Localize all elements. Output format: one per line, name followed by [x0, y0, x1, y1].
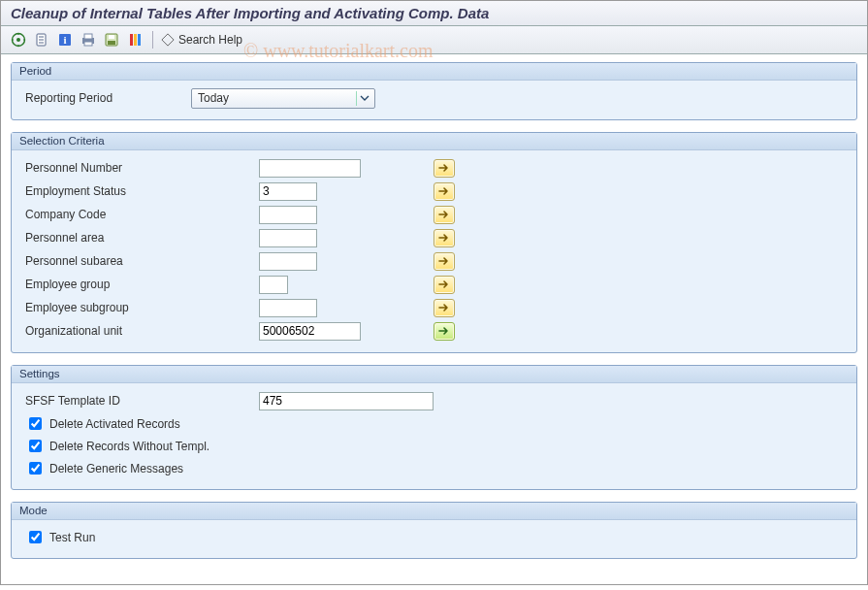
- save-icon[interactable]: [102, 30, 121, 49]
- personnel-area-multiple-selection-button[interactable]: [434, 229, 455, 247]
- employment-status-input[interactable]: [259, 182, 317, 201]
- group-mode-title: Mode: [12, 503, 856, 520]
- page-title: Cleanup of Internal Tables After Importi…: [11, 5, 857, 21]
- employment-status-multiple-selection-button[interactable]: [434, 182, 455, 201]
- org-unit-input[interactable]: [259, 322, 361, 341]
- svg-rect-7: [84, 42, 92, 46]
- del-no-templ-label: Delete Records Without Templ.: [49, 440, 209, 453]
- svg-rect-11: [130, 34, 133, 46]
- del-activated-checkbox[interactable]: [29, 417, 42, 430]
- svg-rect-9: [109, 35, 114, 39]
- group-period-title: Period: [12, 63, 856, 81]
- employee-subgroup-input[interactable]: [259, 299, 317, 317]
- arrow-right-icon: [438, 163, 450, 173]
- group-period: Period Reporting Period Today: [11, 62, 857, 120]
- svg-rect-10: [108, 41, 115, 45]
- employee-subgroup-multiple-selection-button[interactable]: [434, 299, 455, 317]
- toolbar-separator: [152, 31, 153, 49]
- personnel-number-label: Personnel Number: [21, 161, 259, 175]
- arrow-right-icon: [438, 210, 450, 219]
- svg-text:i: i: [63, 34, 66, 46]
- personnel-subarea-label: Personnel subarea: [21, 254, 259, 268]
- row-sfsf-template: SFSF Template ID: [21, 389, 847, 412]
- reporting-period-label: Reporting Period: [21, 91, 191, 105]
- print-icon[interactable]: [79, 30, 98, 49]
- arrow-right-icon: [438, 279, 450, 289]
- content-body: Period Reporting Period Today Selection …: [1, 54, 867, 584]
- arrow-right-icon: [438, 186, 450, 196]
- app-window: Cleanup of Internal Tables After Importi…: [0, 0, 868, 585]
- company-code-label: Company Code: [21, 208, 259, 221]
- title-bar: Cleanup of Internal Tables After Importi…: [1, 1, 867, 26]
- arrow-right-icon: [438, 233, 450, 243]
- test-run-checkbox[interactable]: [29, 531, 42, 543]
- company-code-input[interactable]: [259, 206, 317, 224]
- execute-icon[interactable]: [9, 30, 28, 49]
- employee-group-label: Employee group: [21, 278, 259, 291]
- diamond-icon: [161, 33, 175, 47]
- del-activated-label: Delete Activated Records: [49, 417, 180, 431]
- del-gen-msg-label: Delete Generic Messages: [49, 462, 183, 475]
- personnel-number-input[interactable]: [259, 159, 361, 178]
- group-settings: Settings SFSF Template ID Delete Activat…: [11, 365, 857, 490]
- row-org-unit: Organizational unit: [21, 319, 847, 343]
- group-settings-title: Settings: [12, 366, 856, 383]
- personnel-subarea-input[interactable]: [259, 252, 317, 271]
- row-personnel-subarea: Personnel subarea: [21, 249, 847, 273]
- reporting-period-dropdown[interactable]: Today: [191, 88, 375, 109]
- org-unit-label: Organizational unit: [21, 324, 259, 338]
- search-help-button[interactable]: Search Help: [161, 33, 242, 47]
- reporting-period-value: Today: [198, 91, 229, 105]
- personnel-area-label: Personnel area: [21, 231, 259, 245]
- personnel-number-multiple-selection-button[interactable]: [434, 159, 455, 178]
- del-gen-msg-checkbox[interactable]: [29, 462, 42, 475]
- group-mode: Mode Test Run: [11, 502, 857, 559]
- svg-rect-6: [84, 34, 92, 39]
- row-employee-group: Employee group: [21, 273, 847, 296]
- personnel-subarea-multiple-selection-button[interactable]: [434, 252, 455, 271]
- toolbar: i Search Help: [1, 26, 867, 54]
- row-del-no-templ[interactable]: Delete Records Without Templ.: [21, 435, 847, 457]
- employee-group-multiple-selection-button[interactable]: [434, 276, 455, 294]
- employee-group-input[interactable]: [259, 276, 288, 294]
- test-run-label: Test Run: [49, 531, 95, 544]
- row-test-run[interactable]: Test Run: [21, 526, 847, 548]
- company-code-multiple-selection-button[interactable]: [434, 206, 455, 224]
- sfsf-template-input[interactable]: [259, 392, 434, 410]
- row-del-activated[interactable]: Delete Activated Records: [21, 412, 847, 435]
- row-reporting-period: Reporting Period Today: [21, 86, 847, 110]
- arrow-right-icon: [438, 303, 450, 312]
- row-personnel-number: Personnel Number: [21, 156, 847, 180]
- employment-status-label: Employment Status: [21, 184, 259, 198]
- svg-rect-13: [138, 34, 141, 46]
- group-selection-criteria: Selection Criteria Personnel NumberEmplo…: [11, 132, 857, 353]
- row-company-code: Company Code: [21, 203, 847, 226]
- employee-subgroup-label: Employee subgroup: [21, 301, 259, 314]
- svg-rect-12: [134, 34, 137, 46]
- org-unit-multiple-selection-button[interactable]: [434, 322, 455, 341]
- svg-point-1: [16, 38, 20, 42]
- del-no-templ-checkbox[interactable]: [29, 440, 42, 452]
- row-employee-subgroup: Employee subgroup: [21, 296, 847, 319]
- info-icon[interactable]: i: [55, 30, 75, 49]
- arrow-right-icon: [438, 256, 450, 266]
- variant-icon[interactable]: [125, 30, 145, 49]
- search-help-label: Search Help: [178, 33, 242, 47]
- sfsf-template-label: SFSF Template ID: [21, 394, 259, 408]
- row-employment-status: Employment Status: [21, 180, 847, 203]
- new-icon[interactable]: [32, 30, 51, 49]
- row-del-gen-msg[interactable]: Delete Generic Messages: [21, 457, 847, 479]
- chevron-down-icon: [356, 91, 372, 106]
- group-selection-title: Selection Criteria: [12, 133, 856, 150]
- personnel-area-input[interactable]: [259, 229, 317, 247]
- arrow-right-icon: [438, 326, 450, 336]
- row-personnel-area: Personnel area: [21, 226, 847, 249]
